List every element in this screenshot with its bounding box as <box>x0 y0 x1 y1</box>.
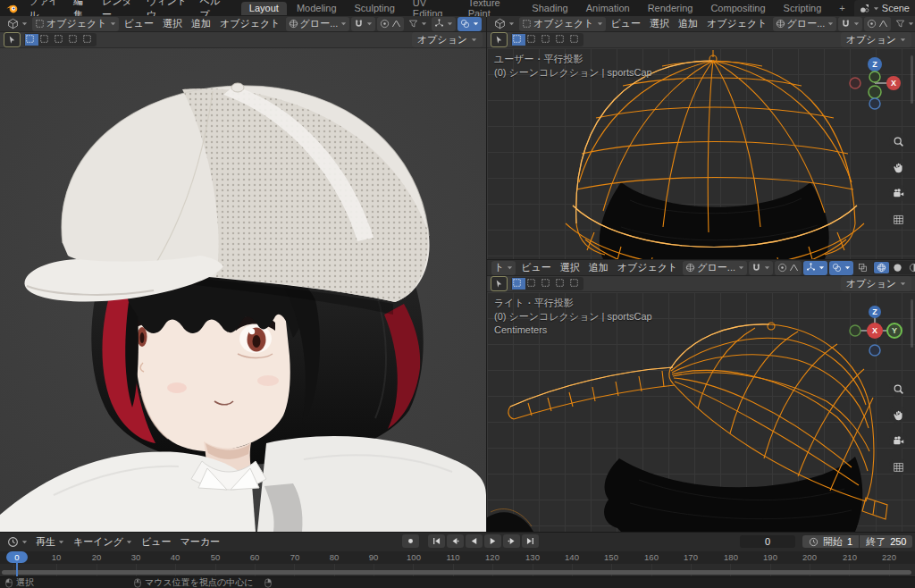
menu-view[interactable]: ビュー <box>607 17 646 30</box>
tab-scripting[interactable]: Scripting <box>776 2 830 15</box>
gizmos-button[interactable] <box>803 261 827 275</box>
transform-orientation-dropdown[interactable]: グロー... <box>286 17 350 31</box>
menu-select[interactable]: 選択 <box>556 261 584 274</box>
options-dropdown[interactable]: オプション <box>841 32 911 47</box>
playhead[interactable]: 0 <box>6 551 28 563</box>
snap-dropdown[interactable] <box>749 261 773 275</box>
options-dropdown[interactable]: オプション <box>841 276 911 291</box>
blender-logo-icon[interactable] <box>5 2 19 15</box>
select-mode-set[interactable] <box>25 34 38 46</box>
render-view-character[interactable] <box>0 48 486 532</box>
viewport-main[interactable]: オブジェクト ビュー 選択 追加 オブジェクト グロー... <box>0 16 486 532</box>
menu-object[interactable]: オブジェクト <box>613 261 683 274</box>
editor-type-button[interactable] <box>4 535 30 550</box>
mode-dropdown[interactable]: オブジェクト <box>519 17 606 31</box>
viewport-front-wire[interactable]: オブジェクト ビュー 選択 追加 オブジェクト グロー... オ <box>487 16 915 259</box>
gizmo-z-label[interactable]: Z <box>872 60 877 69</box>
select-mode-extend[interactable] <box>39 34 53 46</box>
transform-orientation-dropdown[interactable]: グロー... <box>683 261 747 275</box>
frame-start-field[interactable]: 開始 1 <box>802 535 859 548</box>
tab-sculpting[interactable]: Sculpting <box>347 2 403 15</box>
navigation-gizmo[interactable]: Z X <box>847 55 902 111</box>
snap-dropdown[interactable] <box>351 17 375 31</box>
tab-rendering[interactable]: Rendering <box>640 2 701 15</box>
proportional-edit-button[interactable] <box>377 17 404 31</box>
gizmo-y-label[interactable]: Y <box>892 326 897 335</box>
select-mode-invert[interactable] <box>555 34 568 46</box>
navigation-gizmo[interactable]: Z Y X <box>847 303 902 358</box>
visibility-filter-button[interactable] <box>406 17 430 31</box>
side-wireframe-view[interactable]: ライト・平行投影 (0) シーンコレクション | sportsCap Centi… <box>487 292 915 532</box>
select-mode-invert[interactable] <box>555 278 568 290</box>
proportional-edit-button[interactable] <box>775 261 802 275</box>
editor-type-button[interactable] <box>491 17 517 31</box>
select-mode-intersect[interactable] <box>569 278 583 290</box>
vertical-scrollbar[interactable] <box>911 299 913 348</box>
tab-shading[interactable]: Shading <box>524 2 575 15</box>
menu-select[interactable]: 選択 <box>158 17 187 30</box>
next-keyframe-button[interactable] <box>503 534 520 548</box>
menu-marker[interactable]: マーカー <box>176 535 225 549</box>
horizontal-scrollbar[interactable] <box>2 570 911 575</box>
camera-view-button[interactable] <box>889 184 907 202</box>
tab-animation[interactable]: Animation <box>578 2 638 15</box>
xray-toggle[interactable] <box>483 17 486 31</box>
xray-toggle[interactable] <box>855 261 870 275</box>
frame-end-field[interactable]: 終了 250 <box>860 535 912 548</box>
menu-playback[interactable]: 再生 <box>31 535 69 549</box>
timeline-ruler[interactable]: 10 20 30 40 50 60 70 80 90 100 110 120 1… <box>0 551 915 564</box>
play-reverse-button[interactable] <box>466 534 483 548</box>
snap-dropdown[interactable] <box>838 17 862 31</box>
select-mode-subtract[interactable] <box>541 278 554 290</box>
current-frame-field[interactable]: 0 <box>740 535 795 548</box>
gizmo-x-label[interactable]: X <box>891 79 896 88</box>
menu-keying[interactable]: キーイング <box>69 535 137 549</box>
options-dropdown[interactable]: オプション <box>412 32 483 47</box>
play-button[interactable] <box>484 534 501 548</box>
select-mode-subtract[interactable] <box>54 34 67 46</box>
menu-view[interactable]: ビュー <box>516 261 556 274</box>
tab-modeling[interactable]: Modeling <box>289 2 345 15</box>
overlays-button[interactable] <box>829 261 853 275</box>
menu-add[interactable]: 追加 <box>674 17 702 30</box>
gizmo-z-label[interactable]: Z <box>872 307 877 316</box>
visibility-filter-button[interactable] <box>893 17 915 31</box>
viewport-side-wire[interactable]: ト ビュー 選択 追加 オブジェクト グロー... <box>487 260 915 532</box>
overlays-button[interactable] <box>458 17 482 31</box>
transform-orientation-dropdown[interactable]: グロー... <box>773 17 837 31</box>
auto-key-button[interactable] <box>402 534 419 548</box>
ortho-toggle-button[interactable] <box>889 210 907 228</box>
zoom-button[interactable] <box>889 380 907 398</box>
menu-add[interactable]: 追加 <box>187 17 215 30</box>
select-mode-subtract[interactable] <box>541 34 554 46</box>
jump-to-start-button[interactable] <box>428 534 445 548</box>
mode-dropdown[interactable]: オブジェクト <box>32 17 119 31</box>
proportional-edit-button[interactable] <box>864 17 891 31</box>
shading-material-button[interactable] <box>906 262 915 273</box>
gizmos-button[interactable] <box>432 17 456 31</box>
select-mode-extend[interactable] <box>526 34 540 46</box>
scene-selector[interactable]: Scene <box>854 0 915 16</box>
jump-to-end-button[interactable] <box>522 534 539 548</box>
menu-object[interactable]: オブジェクト <box>215 17 285 30</box>
select-mode-set[interactable] <box>512 278 525 290</box>
vertical-scrollbar[interactable] <box>911 55 913 104</box>
menu-view[interactable]: ビュー <box>120 17 159 30</box>
pan-button[interactable] <box>889 406 907 424</box>
select-mode-intersect[interactable] <box>82 34 96 46</box>
menu-add[interactable]: 追加 <box>584 261 613 274</box>
tab-layout[interactable]: Layout <box>241 2 287 15</box>
timeline-track[interactable] <box>0 564 915 576</box>
select-mode-invert[interactable] <box>68 34 81 46</box>
zoom-button[interactable] <box>889 132 907 150</box>
menu-select[interactable]: 選択 <box>645 17 674 30</box>
shading-solid-button[interactable] <box>890 262 905 273</box>
ortho-toggle-button[interactable] <box>889 458 907 475</box>
select-mode-set[interactable] <box>512 34 525 46</box>
camera-view-button[interactable] <box>889 432 907 449</box>
active-tool-tweak[interactable] <box>491 32 508 47</box>
pan-button[interactable] <box>889 158 907 176</box>
front-wireframe-view[interactable]: ユーザー・平行投影 (0) シーンコレクション | sportsCap <box>487 48 915 259</box>
tab-add-workspace[interactable]: + <box>831 2 852 15</box>
mode-dropdown[interactable]: ト <box>491 261 516 275</box>
